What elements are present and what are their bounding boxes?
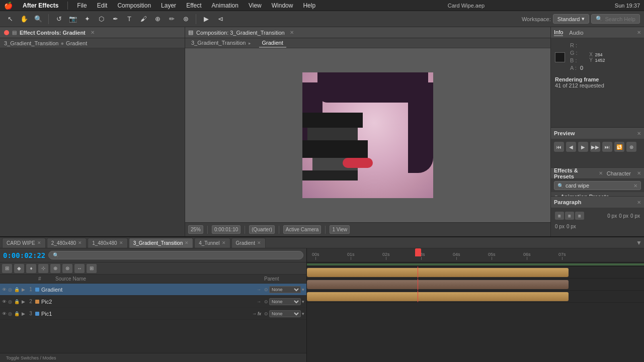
effects-search-clear-icon[interactable]: ✕ — [633, 183, 637, 189]
layer-row-3[interactable]: 👁 ◎ 🔒 ▶ 3 Pic1 → fx ⊙ None — [0, 308, 306, 320]
info-x-button[interactable]: ✕ — [637, 30, 641, 35]
timeline-ruler[interactable]: 00s 01s 02s 03s — [307, 248, 644, 262]
layer-2-visibility-icon[interactable]: 👁 — [2, 299, 8, 304]
track-row-3[interactable] — [307, 291, 644, 303]
anchor-tool-button[interactable]: ✦ — [81, 13, 93, 25]
menu-composition[interactable]: Composition — [115, 2, 153, 9]
layer-1-collapse-button[interactable]: ▶ — [20, 287, 26, 293]
align-right-button[interactable]: ≡ — [575, 212, 584, 220]
menu-edit[interactable]: Edit — [95, 2, 110, 9]
tab-info[interactable]: Info — [554, 29, 563, 36]
tab-gradient-close-icon[interactable]: ✕ — [257, 240, 261, 245]
app-name[interactable]: After Effects — [21, 2, 60, 9]
tab-gradient-transition[interactable]: 3_Gradient_Transition ▸ — [188, 39, 255, 48]
play-pause-button[interactable]: ▶ — [578, 142, 588, 152]
timeline-tab-3[interactable]: 1_480x480 ✕ — [88, 238, 128, 248]
timeline-tab-2[interactable]: 2_480x480 ✕ — [47, 238, 87, 248]
timeline-tab-tunnel[interactable]: 4_Tunnel ✕ — [194, 238, 230, 248]
menu-effect[interactable]: Effect — [184, 2, 203, 9]
panel-x-button[interactable]: ✕ — [91, 30, 95, 35]
layer-3-solo-icon[interactable]: ◎ — [8, 311, 14, 316]
effects-search-input[interactable] — [566, 183, 631, 189]
tab-tunnel-close-icon[interactable]: ✕ — [222, 240, 226, 245]
character-x-button[interactable]: ✕ — [637, 170, 641, 176]
tl-ctrl-btn-1[interactable]: ⊞ — [2, 264, 12, 273]
layer-1-lock-icon[interactable]: 🔒 — [14, 287, 20, 292]
tl-ctrl-btn-5[interactable]: ⊕ — [50, 264, 60, 273]
tl-ctrl-btn-3[interactable]: ♦ — [26, 264, 36, 273]
puppet-tool-button[interactable]: ⊛ — [180, 13, 192, 25]
layer-3-collapse-button[interactable]: ▶ — [20, 311, 26, 317]
tl-ctrl-btn-7[interactable]: ↔ — [74, 264, 85, 273]
layer-2-collapse-button[interactable]: ▶ — [20, 299, 26, 305]
breadcrumb-layer[interactable]: Gradient — [66, 40, 87, 46]
shape-tool-button[interactable]: ⬡ — [95, 13, 107, 25]
tab-close-icon[interactable]: ✕ — [37, 240, 41, 245]
skip-to-end-button[interactable]: ⏭ — [602, 142, 612, 152]
brush-tool-button[interactable]: 🖌 — [137, 13, 149, 25]
stamp-tool-button[interactable]: ⊕ — [151, 13, 164, 25]
hand-tool-button[interactable]: ✋ — [18, 13, 30, 25]
panel-close-button[interactable] — [4, 30, 9, 35]
tl-ctrl-btn-2[interactable]: ◆ — [14, 264, 24, 273]
layer-3-parent-select[interactable]: None — [269, 310, 301, 317]
step-forward-button[interactable]: ▶▶ — [590, 142, 600, 152]
effects-search-bar[interactable]: 🔍 ✕ — [554, 181, 641, 190]
layer-2-solo-icon[interactable]: ◎ — [8, 299, 14, 304]
preview-x-button[interactable]: ✕ — [637, 131, 641, 136]
layer-2-lock-icon[interactable]: 🔒 — [14, 299, 20, 304]
layer-3-visibility-icon[interactable]: 👁 — [2, 311, 8, 316]
quality-selector[interactable]: (Quarter) — [249, 225, 275, 234]
timeline-search-input[interactable] — [48, 251, 303, 259]
layer-3-lock-icon[interactable]: 🔒 — [14, 311, 20, 316]
timeline-tab-card-wipe[interactable]: CARD WIPE ✕ — [2, 238, 46, 248]
layer-row-1[interactable]: 👁 ◎ 🔒 ▶ 1 Gradient → ⊙ None — [0, 284, 306, 296]
time-display[interactable]: 0:00:01:10 — [212, 225, 240, 234]
menu-help[interactable]: Help — [301, 2, 317, 9]
breadcrumb-comp[interactable]: 3_Gradient_Transition — [4, 40, 58, 46]
tab-audio[interactable]: Audio — [569, 30, 583, 36]
step-back-button[interactable]: ◀ — [566, 142, 576, 152]
search-help-input[interactable]: 🔍 Search Help — [591, 14, 640, 24]
track-row-1[interactable] — [307, 266, 644, 279]
tl-ctrl-btn-4[interactable]: ⊹ — [38, 264, 48, 273]
tab-2-close-icon[interactable]: ✕ — [78, 240, 82, 245]
apple-logo-icon[interactable]: 🍎 — [4, 2, 13, 10]
ram-preview-button[interactable]: ⊛ — [626, 142, 636, 152]
timeline-collapse-icon[interactable]: ▼ — [636, 239, 642, 246]
toggle-switches-modes-button[interactable]: Toggle Switches / Modes — [4, 355, 58, 360]
track-row-2[interactable] — [307, 279, 644, 291]
menu-animation[interactable]: Animation — [210, 2, 240, 9]
rotation-tool-button[interactable]: ↺ — [53, 13, 65, 25]
align-left-button[interactable]: ≡ — [555, 212, 564, 220]
zoom-tool-button[interactable]: 🔍 — [32, 13, 44, 25]
layer-2-parent-select[interactable]: None — [269, 298, 301, 305]
play-button[interactable]: ▶ — [200, 13, 212, 25]
zoom-button[interactable]: 25% — [188, 225, 203, 234]
menu-layer[interactable]: Layer — [159, 2, 178, 9]
layer-1-solo-icon[interactable]: ◎ — [8, 287, 14, 292]
tl-ctrl-btn-6[interactable]: ⊛ — [62, 264, 72, 273]
tab-gradient[interactable]: Gradient — [259, 39, 286, 48]
menu-view[interactable]: View — [247, 2, 264, 9]
view-selector[interactable]: 1 View — [330, 225, 350, 234]
tab-3-close-icon[interactable]: ✕ — [119, 240, 123, 245]
tab-gt-close-icon[interactable]: ✕ — [185, 240, 189, 245]
animation-presets-category[interactable]: ▼ Animation Presets — [551, 192, 644, 196]
align-center-button[interactable]: ≡ — [565, 212, 574, 220]
paragraph-x-button[interactable]: ✕ — [637, 200, 641, 205]
comp-x-button[interactable]: ✕ — [290, 30, 294, 35]
workspace-selector[interactable]: Standard ▾ — [553, 14, 590, 24]
camera-selector[interactable]: Active Camera — [283, 225, 321, 234]
text-tool-button[interactable]: T — [123, 13, 135, 25]
menu-window[interactable]: Window — [270, 2, 295, 9]
render-button[interactable]: ⊲ — [214, 13, 226, 25]
character-tab[interactable]: Character — [607, 170, 631, 176]
timeline-tab-gradient-transition[interactable]: 3_Gradient_Transition ✕ — [129, 238, 194, 248]
pen-tool-button[interactable]: ✒ — [109, 13, 121, 25]
tl-ctrl-btn-8[interactable]: ⊞ — [87, 264, 97, 273]
skip-to-start-button[interactable]: ⏮ — [554, 142, 564, 152]
layer-1-visibility-icon[interactable]: 👁 — [2, 287, 8, 292]
layer-row-2[interactable]: 👁 ◎ 🔒 ▶ 2 Pic2 → ⊙ None ▾ — [0, 296, 306, 308]
camera-tool-button[interactable]: 📷 — [67, 13, 79, 25]
